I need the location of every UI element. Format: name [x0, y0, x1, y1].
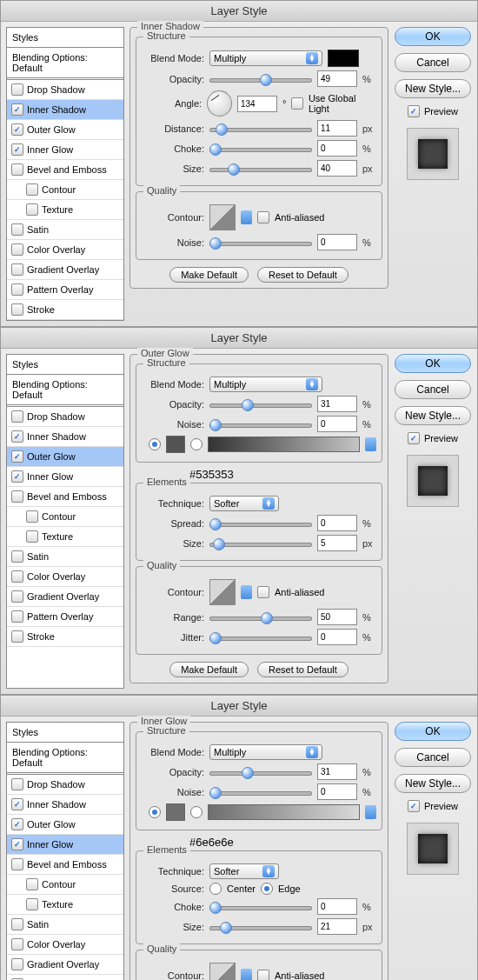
- source-center-radio[interactable]: [209, 883, 222, 895]
- make-default-button[interactable]: Make Default: [169, 267, 249, 283]
- checkbox[interactable]: [11, 283, 23, 296]
- choke-slider[interactable]: [209, 901, 312, 913]
- sidebar-header[interactable]: Styles: [7, 28, 123, 48]
- new-style-button[interactable]: New Style...: [395, 79, 471, 98]
- anti-aliased-checkbox[interactable]: [257, 586, 269, 598]
- sidebar-item-inner-shadow[interactable]: ✓Inner Shadow: [7, 100, 123, 120]
- sidebar-item-contour[interactable]: Contour: [7, 875, 123, 895]
- checkbox[interactable]: [11, 243, 23, 256]
- preview-checkbox[interactable]: ✓: [408, 432, 420, 444]
- gradient-picker[interactable]: [208, 437, 360, 452]
- sidebar-item-stroke[interactable]: Stroke: [7, 300, 123, 320]
- opacity-slider[interactable]: [209, 766, 312, 778]
- sidebar-item-drop-shadow[interactable]: Drop Shadow: [7, 80, 123, 100]
- opacity-input[interactable]: [317, 396, 357, 412]
- jitter-input[interactable]: [317, 629, 357, 645]
- sidebar-item-color-overlay[interactable]: Color Overlay: [7, 567, 123, 587]
- blend-mode-select[interactable]: Multiply▲▼: [209, 377, 322, 392]
- checkbox[interactable]: [11, 858, 23, 870]
- reset-default-button[interactable]: Reset to Default: [257, 662, 349, 677]
- checkbox[interactable]: [11, 303, 23, 316]
- contour-dropdown-icon[interactable]: [241, 210, 252, 224]
- sidebar-item-outer-glow[interactable]: ✓Outer Glow: [7, 120, 123, 140]
- sidebar-item-outer-glow[interactable]: ✓Outer Glow: [7, 815, 123, 835]
- sidebar-item-drop-shadow[interactable]: Drop Shadow: [7, 775, 123, 795]
- reset-default-button[interactable]: Reset to Default: [257, 267, 349, 283]
- sidebar-item-satin[interactable]: Satin: [7, 547, 123, 567]
- opacity-slider[interactable]: [209, 73, 312, 85]
- checkbox[interactable]: [11, 570, 23, 583]
- glow-color-swatch[interactable]: [166, 803, 185, 821]
- gradient-picker[interactable]: [208, 804, 360, 820]
- cancel-button[interactable]: Cancel: [395, 53, 471, 72]
- sidebar-item-color-overlay[interactable]: Color Overlay: [7, 935, 123, 955]
- checkbox[interactable]: [11, 163, 23, 176]
- sidebar-item-drop-shadow[interactable]: Drop Shadow: [7, 407, 123, 427]
- opacity-input[interactable]: [317, 763, 357, 780]
- sidebar-item-pattern-overlay[interactable]: Pattern Overlay: [7, 975, 123, 980]
- choke-slider[interactable]: [209, 143, 312, 155]
- gradient-radio[interactable]: [190, 806, 202, 818]
- sidebar-item-outer-glow[interactable]: ✓Outer Glow: [7, 447, 123, 467]
- checkbox[interactable]: [11, 83, 23, 96]
- sidebar-item-texture[interactable]: Texture: [7, 895, 123, 915]
- sidebar-item-contour[interactable]: Contour: [7, 180, 123, 200]
- noise-input[interactable]: [317, 234, 357, 250]
- angle-dial[interactable]: [207, 90, 232, 117]
- checkbox[interactable]: ✓: [11, 470, 23, 483]
- sidebar-item-stroke[interactable]: Stroke: [7, 627, 123, 647]
- jitter-slider[interactable]: [209, 631, 312, 643]
- ok-button[interactable]: OK: [395, 27, 471, 46]
- ok-button[interactable]: OK: [395, 354, 471, 373]
- cancel-button[interactable]: Cancel: [395, 380, 471, 399]
- sidebar-header[interactable]: Styles: [7, 355, 123, 375]
- cancel-button[interactable]: Cancel: [395, 748, 471, 767]
- size-input[interactable]: [317, 918, 357, 935]
- contour-dropdown-icon[interactable]: [241, 585, 252, 599]
- sidebar-item-gradient-overlay[interactable]: Gradient Overlay: [7, 955, 123, 975]
- checkbox[interactable]: [26, 183, 38, 196]
- sidebar-item-inner-glow[interactable]: ✓Inner Glow: [7, 835, 123, 855]
- technique-select[interactable]: Softer▲▼: [209, 863, 279, 879]
- opacity-slider[interactable]: [209, 398, 312, 410]
- checkbox[interactable]: [11, 490, 23, 503]
- sidebar-item-satin[interactable]: Satin: [7, 915, 123, 935]
- checkbox[interactable]: [26, 878, 38, 890]
- anti-aliased-checkbox[interactable]: [257, 211, 269, 223]
- range-slider[interactable]: [209, 611, 312, 623]
- checkbox[interactable]: [11, 263, 23, 276]
- make-default-button[interactable]: Make Default: [169, 662, 249, 677]
- sidebar-subheader[interactable]: Blending Options: Default: [7, 375, 123, 407]
- noise-slider[interactable]: [209, 418, 312, 430]
- noise-input[interactable]: [317, 783, 357, 800]
- contour-picker[interactable]: [209, 204, 236, 230]
- sidebar-item-inner-shadow[interactable]: ✓Inner Shadow: [7, 795, 123, 815]
- source-edge-radio[interactable]: [261, 883, 273, 895]
- use-global-light-checkbox[interactable]: [291, 97, 303, 110]
- solid-color-radio[interactable]: [149, 806, 161, 818]
- sidebar-item-contour[interactable]: Contour: [7, 507, 123, 527]
- sidebar-item-texture[interactable]: Texture: [7, 527, 123, 547]
- size-input[interactable]: [317, 535, 357, 551]
- new-style-button[interactable]: New Style...: [395, 774, 471, 793]
- sidebar-subheader[interactable]: Blending Options: Default: [7, 743, 123, 775]
- sidebar-item-bevel-and-emboss[interactable]: Bevel and Emboss: [7, 160, 123, 180]
- blend-mode-select[interactable]: Multiply▲▼: [209, 50, 322, 66]
- sidebar-item-bevel-and-emboss[interactable]: Bevel and Emboss: [7, 487, 123, 507]
- solid-color-radio[interactable]: [149, 438, 161, 450]
- angle-input[interactable]: [237, 96, 277, 112]
- sidebar-item-color-overlay[interactable]: Color Overlay: [7, 240, 123, 260]
- gradient-radio[interactable]: [190, 438, 202, 450]
- checkbox[interactable]: ✓: [11, 450, 23, 463]
- opacity-input[interactable]: [317, 70, 357, 87]
- spread-input[interactable]: [317, 515, 357, 531]
- checkbox[interactable]: [11, 610, 23, 623]
- checkbox[interactable]: [11, 630, 23, 643]
- checkbox[interactable]: ✓: [11, 143, 23, 156]
- sidebar-item-pattern-overlay[interactable]: Pattern Overlay: [7, 607, 123, 627]
- sidebar-subheader[interactable]: Blending Options: Default: [7, 48, 123, 80]
- choke-input[interactable]: [317, 140, 357, 157]
- blend-mode-select[interactable]: Multiply▲▼: [209, 744, 322, 760]
- checkbox[interactable]: ✓: [11, 430, 23, 443]
- checkbox[interactable]: ✓: [11, 103, 23, 116]
